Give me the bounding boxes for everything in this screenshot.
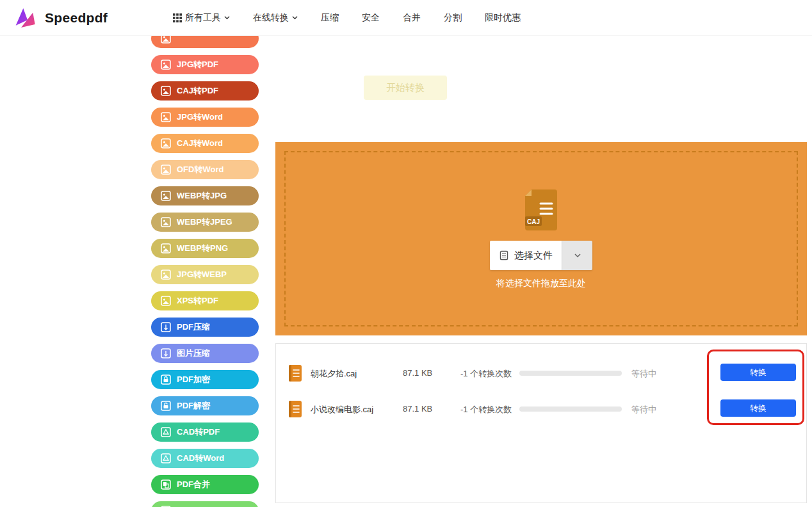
sidebar-item-jpg-to-webp[interactable]: JPG转WEBP — [151, 265, 259, 284]
sidebar-item-label: WEBP转JPEG — [177, 216, 232, 228]
drop-hint-text: 将选择文件拖放至此处 — [496, 278, 586, 289]
conversion-count: -1 个转换次数 — [460, 404, 512, 415]
nav-online-convert-label: 在线转换 — [253, 12, 289, 24]
header: Speedpdf 所有工具 在线转换 压缩 安全 合并 分割 限时优惠 — [0, 0, 812, 36]
sidebar-item-jpg-to-pdf[interactable]: JPG转PDF — [151, 55, 259, 74]
brand[interactable]: Speedpdf — [0, 5, 147, 31]
select-file-label: 选择文件 — [514, 250, 553, 262]
select-file-dropdown-button[interactable] — [562, 241, 592, 270]
caj-file-icon: CAJ — [523, 188, 560, 233]
sidebar-item-pdf-decrypt[interactable]: PDF解密 — [151, 396, 259, 415]
nav-all-tools[interactable]: 所有工具 — [173, 12, 230, 24]
sidebar-item-label: WEBP转JPG — [177, 190, 227, 202]
convert-button[interactable]: 转换 — [720, 399, 796, 417]
select-file-button[interactable]: 选择文件 — [490, 241, 562, 270]
sidebar-item-cad-to-pdf[interactable]: CAD转PDF — [151, 422, 259, 442]
tool-icon — [160, 190, 172, 202]
file-size: 87.1 KB — [403, 368, 432, 378]
brand-name: Speedpdf — [45, 10, 108, 26]
select-file-split-button: 选择文件 — [490, 241, 592, 270]
sidebar-item-label: OFD转Word — [177, 164, 223, 175]
tool-icon — [160, 321, 172, 333]
sidebar-item-pdf-compress[interactable]: PDF压缩 — [151, 318, 259, 337]
file-name: 小说改编电影.caj — [311, 404, 397, 415]
sidebar-item-partial-bottom[interactable] — [151, 501, 259, 507]
sidebar-item-pdf-merge[interactable]: PDF合并 — [151, 475, 259, 494]
sidebar-item-cad-to-word[interactable]: CAD转Word — [151, 449, 259, 468]
sidebar-item-label: JPG转Word — [177, 111, 223, 123]
tool-icon — [160, 453, 172, 464]
nav-security[interactable]: 安全 — [362, 12, 380, 24]
caj-doc-icon — [288, 400, 303, 418]
sidebar-item-jpg-to-word[interactable]: JPG转Word — [151, 108, 259, 127]
progress-bar — [519, 371, 622, 376]
lock-icon — [160, 374, 172, 385]
nav-compress-label: 压缩 — [321, 12, 339, 24]
sidebar-item-webp-to-png[interactable]: WEBP转PNG — [151, 239, 259, 258]
tool-icon — [160, 426, 172, 438]
progress-bar — [519, 406, 622, 412]
chevron-down-icon — [224, 15, 230, 20]
nav-security-label: 安全 — [362, 12, 380, 24]
file-size: 87.1 KB — [403, 404, 432, 414]
file-name: 朝花夕拾.caj — [311, 368, 397, 380]
sidebar-item-caj-to-pdf[interactable]: CAJ转PDF — [151, 81, 259, 101]
grid-icon — [173, 13, 182, 22]
chevron-down-icon — [574, 252, 581, 259]
main-nav: 所有工具 在线转换 压缩 安全 合并 分割 限时优惠 — [173, 12, 521, 24]
nav-split[interactable]: 分割 — [444, 12, 462, 24]
tool-icon — [160, 85, 172, 97]
tool-icon — [160, 348, 172, 359]
sidebar-item-label: JPG转PDF — [177, 59, 218, 70]
sidebar-item-pdf-encrypt[interactable]: PDF加密 — [151, 370, 259, 389]
sidebar-item-label: XPS转PDF — [177, 295, 218, 307]
svg-text:CAJ: CAJ — [527, 218, 540, 225]
upload-dropzone[interactable]: CAJ 选择文件 将选择文件拖放至此处 — [275, 142, 807, 335]
upload-dropzone-dashed-area: CAJ 选择文件 将选择文件拖放至此处 — [284, 151, 798, 326]
sidebar-item-label: PDF压缩 — [177, 321, 210, 333]
sidebar-item-xps-to-pdf[interactable]: XPS转PDF — [151, 291, 259, 310]
tool-icon — [160, 59, 172, 70]
sidebar-item-label: CAD转Word — [177, 453, 224, 464]
sidebar-item-ofd-to-word[interactable]: OFD转Word — [151, 160, 259, 179]
sidebar-item-label: 图片压缩 — [177, 348, 210, 359]
nav-merge-label: 合并 — [403, 12, 421, 24]
tool-icon — [160, 138, 172, 149]
nav-promo[interactable]: 限时优惠 — [485, 12, 521, 24]
nav-all-tools-label: 所有工具 — [185, 12, 221, 24]
nav-online-convert[interactable]: 在线转换 — [253, 12, 298, 24]
unlock-icon — [160, 400, 172, 412]
sidebar-item-label: PDF解密 — [177, 400, 210, 412]
file-row: 朝花夕拾.caj 87.1 KB -1 个转换次数 等待中 转换 — [276, 355, 806, 391]
sidebar-item-label: WEBP转PNG — [177, 243, 228, 254]
tool-icon — [160, 295, 172, 307]
sidebar-item-label: CAJ转PDF — [177, 85, 218, 97]
sidebar-item-label: JPG转WEBP — [177, 269, 227, 280]
sidebar-item-label: PDF加密 — [177, 374, 210, 385]
sidebar-item-webp-to-jpeg[interactable]: WEBP转JPEG — [151, 213, 259, 232]
tool-icon — [160, 164, 172, 175]
tool-icon — [160, 243, 172, 254]
caj-doc-icon — [288, 364, 303, 382]
sidebar-item-label: CAJ转Word — [177, 138, 223, 149]
nav-merge[interactable]: 合并 — [403, 12, 421, 24]
tool-sidebar: JPG转PDF CAJ转PDF JPG转Word CAJ转Word OFD转Wo… — [151, 29, 259, 507]
file-row: 小说改编电影.caj 87.1 KB -1 个转换次数 等待中 转换 — [276, 391, 806, 427]
sidebar-item-webp-to-jpg[interactable]: WEBP转JPG — [151, 186, 259, 205]
start-convert-button-faint[interactable]: 开始转换 — [364, 76, 447, 100]
status-text: 等待中 — [631, 404, 656, 415]
speedpdf-logo-icon — [12, 5, 37, 31]
nav-compress[interactable]: 压缩 — [321, 12, 339, 24]
sidebar-item-image-compress[interactable]: 图片压缩 — [151, 344, 259, 363]
tool-icon — [160, 216, 172, 228]
status-text: 等待中 — [631, 368, 656, 380]
sidebar-item-label: CAD转PDF — [177, 426, 220, 438]
merge-icon — [160, 479, 172, 490]
tool-icon — [160, 269, 172, 280]
nav-promo-label: 限时优惠 — [485, 12, 521, 24]
sidebar-item-caj-to-word[interactable]: CAJ转Word — [151, 134, 259, 153]
tool-icon — [160, 111, 172, 123]
file-list-panel: 朝花夕拾.caj 87.1 KB -1 个转换次数 等待中 转换 小说改编电影.… — [275, 343, 807, 503]
nav-split-label: 分割 — [444, 12, 462, 24]
convert-button[interactable]: 转换 — [720, 364, 796, 381]
